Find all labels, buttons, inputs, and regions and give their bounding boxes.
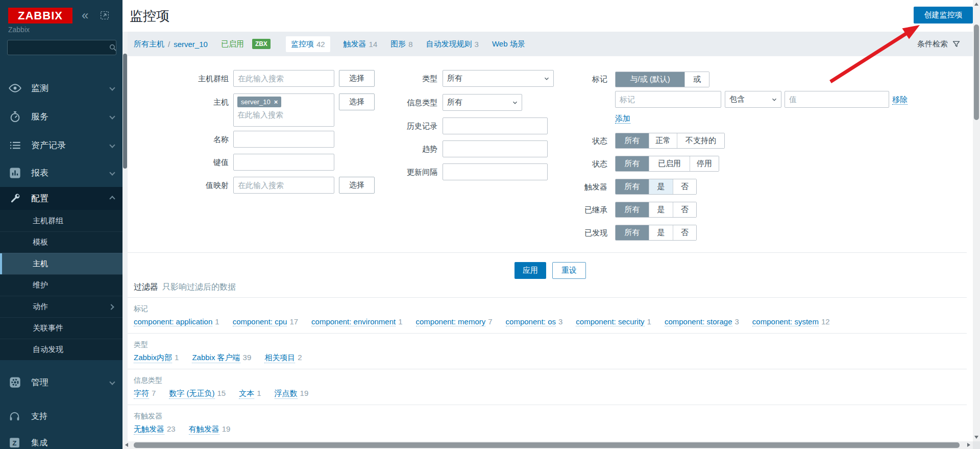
subfilter-link[interactable]: component: system (752, 317, 819, 326)
subfilter-link[interactable]: 相关项目 (264, 353, 295, 363)
apply-button[interactable]: 应用 (514, 262, 546, 279)
segment-no[interactable]: 否 (673, 179, 696, 194)
tab-label[interactable]: 触发器 (344, 39, 366, 49)
subfilter-link[interactable]: component: security (576, 317, 644, 326)
chip-remove-icon[interactable]: × (274, 98, 278, 106)
segment-all[interactable]: 所有 (616, 156, 649, 171)
segment-yes[interactable]: 是 (649, 179, 673, 194)
breadcrumb-all-hosts-link[interactable]: 所有主机 (134, 39, 164, 49)
submenu-item-discovery[interactable]: 自动发现 (0, 339, 122, 360)
info-type-dropdown[interactable]: 所有 (443, 94, 522, 111)
sidebar-scrollbar[interactable] (122, 32, 128, 441)
tab-items[interactable]: 监控项 42 (286, 36, 330, 52)
filter-toggle[interactable]: 条件检索 (917, 39, 961, 49)
vertical-scrollbar[interactable] (973, 0, 980, 441)
segment-all[interactable]: 所有 (616, 225, 649, 240)
sidebar-item-monitoring[interactable]: 监测 (0, 75, 122, 101)
submenu-item-hosts[interactable]: 主机 (0, 253, 122, 274)
page-title: 监控项 (130, 7, 169, 25)
chevron-down-icon (109, 379, 115, 385)
chevron-right-icon (108, 304, 114, 310)
subfilter-link[interactable]: 浮点数 (275, 389, 298, 399)
filter-toggle-label[interactable]: 条件检索 (917, 39, 948, 49)
tag-value-input[interactable] (785, 91, 889, 108)
submenu-item-host-groups[interactable]: 主机群组 (0, 210, 122, 231)
submenu-item-maintenance[interactable]: 维护 (0, 274, 122, 296)
subfilter-link[interactable]: Zabbix内部 (134, 353, 172, 363)
segment-all[interactable]: 所有 (616, 133, 649, 148)
segment-yes[interactable]: 是 (649, 202, 673, 217)
tag-operator-dropdown[interactable]: 包含 (725, 91, 781, 108)
segment-normal[interactable]: 正常 (649, 133, 677, 148)
subfilter-link[interactable]: component: application (134, 317, 212, 326)
segment-all[interactable]: 所有 (616, 202, 649, 217)
sidebar-item-inventory[interactable]: 资产记录 (0, 132, 122, 158)
sidebar-item-reports[interactable]: 报表 (0, 159, 122, 186)
triggers-segmented: 所有 是 否 (615, 179, 697, 195)
sidebar-item-support[interactable]: 支持 (0, 405, 122, 428)
subfilter-link[interactable]: Zabbix 客户端 (192, 353, 240, 363)
segment-all[interactable]: 所有 (616, 179, 649, 194)
tag-remove-link[interactable]: 移除 (892, 94, 908, 105)
subfilter-link[interactable]: component: environment (311, 317, 396, 326)
segment-disabled[interactable]: 停用 (690, 156, 719, 171)
tab-label[interactable]: Web 场景 (492, 39, 525, 49)
horizontal-scrollbar[interactable] (122, 441, 973, 449)
tag-name-input[interactable] (615, 91, 721, 108)
scroll-up-arrow[interactable] (974, 3, 978, 6)
submenu-item-actions[interactable]: 动作 (0, 296, 122, 317)
segment-enabled[interactable]: 已启用 (649, 156, 690, 171)
zabbix-logo[interactable]: ZABBIX (8, 8, 72, 23)
search-icon[interactable] (108, 43, 117, 52)
search-input[interactable] (8, 43, 108, 52)
subfilter-link[interactable]: 文本 (239, 389, 254, 399)
vertical-scrollbar-thumb[interactable] (974, 25, 979, 120)
sidebar-item-configuration[interactable]: 配置 (0, 187, 122, 210)
horizontal-scrollbar-thumb[interactable] (134, 442, 960, 448)
subfilter-link[interactable]: 数字 (无正负) (169, 389, 214, 399)
sidebar-item-administration[interactable]: 管理 (0, 369, 122, 395)
collapse-sidebar-icon[interactable]: « (82, 8, 88, 22)
subfilter-count: 23 (167, 424, 176, 433)
tab-web-scenarios[interactable]: Web 场景 (492, 39, 525, 49)
subfilter-link[interactable]: component: memory (416, 317, 486, 326)
sidebar-search[interactable] (7, 40, 116, 55)
tab-discovery-rules[interactable]: 自动发现规则 3 (426, 39, 479, 49)
tab-label[interactable]: 自动发现规则 (426, 39, 472, 49)
history-input[interactable] (443, 117, 548, 134)
scroll-down-arrow[interactable] (974, 436, 978, 439)
subfilter-link[interactable]: 有触发器 (189, 424, 219, 435)
tag-add-link[interactable]: 添加 (615, 113, 630, 124)
subfilter-item: component: storage3 (665, 317, 739, 326)
tab-label[interactable]: 图形 (390, 39, 406, 49)
reset-button[interactable]: 重设 (552, 262, 586, 279)
sidebar-item-integrations[interactable]: Z 集成 (0, 431, 122, 449)
subfilter-link[interactable]: component: os (506, 317, 556, 326)
tab-label[interactable]: 监控项 (291, 39, 314, 49)
funnel-icon[interactable] (952, 40, 961, 49)
submenu-item-event-correlation[interactable]: 关联事件 (0, 317, 122, 339)
tab-triggers[interactable]: 触发器 14 (344, 39, 378, 49)
subfilter-link[interactable]: 无触发器 (134, 424, 164, 435)
subfilter-item: 有触发器19 (189, 424, 231, 435)
segment-no[interactable]: 否 (673, 225, 696, 240)
segment-or[interactable]: 或 (684, 72, 709, 87)
segment-no[interactable]: 否 (673, 202, 696, 217)
breadcrumb-host-link[interactable]: server_10 (174, 40, 208, 49)
subfilter-link[interactable]: component: cpu (233, 317, 287, 326)
create-item-button[interactable]: 创建监控项 (914, 7, 973, 23)
scroll-left-arrow[interactable] (125, 443, 128, 447)
subfilter-count: 15 (217, 389, 226, 397)
scroll-right-arrow[interactable] (967, 443, 970, 447)
subfilter-link[interactable]: 字符 (134, 389, 149, 399)
sidebar-item-services[interactable]: 服务 (0, 103, 122, 130)
sidebar-scrollbar-thumb[interactable] (123, 54, 127, 169)
segment-not-supported[interactable]: 不支持的 (677, 133, 724, 148)
tab-graphs[interactable]: 图形 8 (390, 39, 412, 49)
segment-and-or[interactable]: 与/或 (默认) (616, 72, 684, 87)
submenu-item-templates[interactable]: 模板 (0, 231, 122, 253)
kiosk-mode-icon[interactable] (99, 10, 110, 21)
segment-yes[interactable]: 是 (649, 225, 673, 240)
subfilter-link[interactable]: component: storage (665, 317, 732, 326)
subfilter-item: component: system12 (752, 317, 830, 326)
